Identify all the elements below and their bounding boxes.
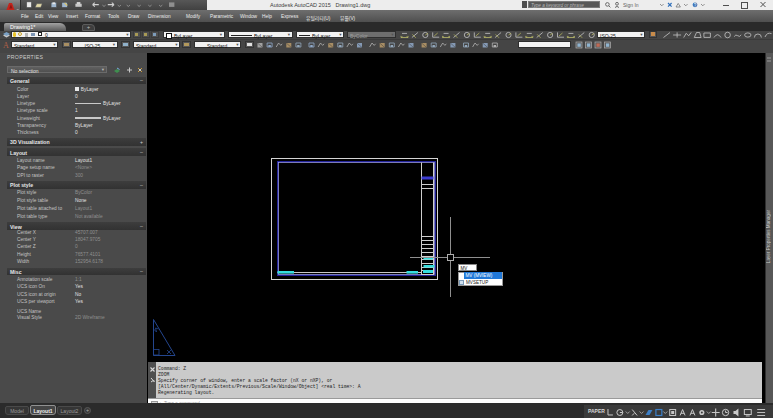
svg-text:A: A (3, 41, 9, 49)
svg-text:?: ? (694, 3, 697, 8)
svg-text:Sign In: Sign In (623, 2, 639, 8)
